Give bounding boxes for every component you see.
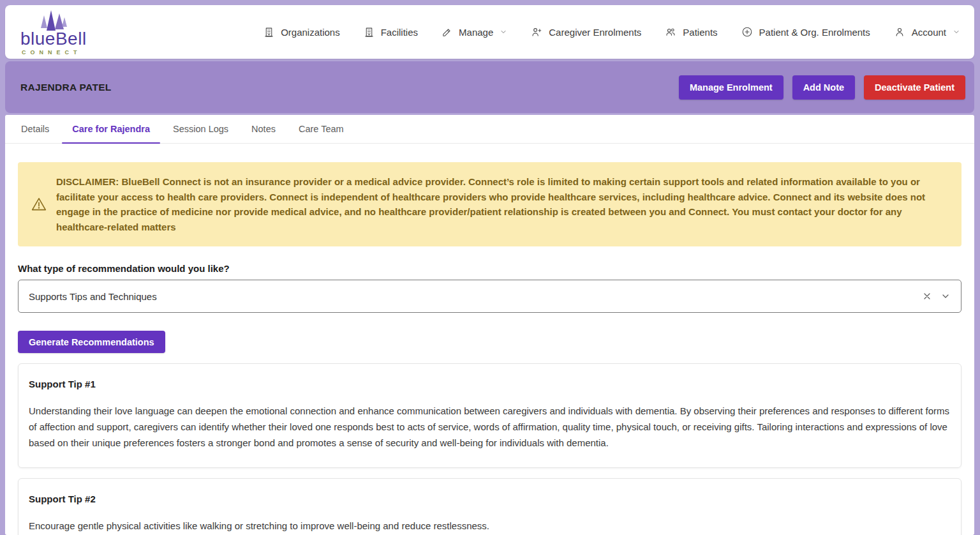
nav-label: Patients — [683, 27, 717, 38]
tab-session-logs[interactable]: Session Logs — [161, 115, 240, 143]
nav-label: Caregiver Enrolments — [549, 27, 641, 38]
nav-item-patients[interactable]: Patients — [665, 26, 717, 38]
app-frame: blueBell CONNECT Organizations Facilitie… — [0, 0, 980, 535]
tip-title: Support Tip #2 — [29, 494, 951, 504]
tab-notes[interactable]: Notes — [240, 115, 287, 143]
nav-item-account[interactable]: Account — [894, 26, 960, 38]
select-icons — [922, 291, 951, 301]
top-navigation-bar: blueBell CONNECT Organizations Facilitie… — [5, 5, 974, 59]
chevron-down-icon — [953, 28, 960, 36]
logo-wordmark: blueBell — [20, 30, 87, 48]
nav-label: Account — [912, 27, 946, 38]
nav-item-manage[interactable]: Manage — [442, 27, 507, 38]
manage-enrolment-button[interactable]: Manage Enrolment — [679, 75, 783, 100]
care-content: DISCLAIMER: BlueBell Connect is not an i… — [5, 144, 974, 535]
bluebell-logo[interactable]: blueBell CONNECT — [20, 9, 87, 56]
person-icon — [894, 26, 905, 38]
patient-actions: Manage Enrolment Add Note Deactivate Pat… — [679, 75, 965, 100]
disclaimer-text: DISCLAIMER: BlueBell Connect is not an i… — [56, 174, 945, 234]
nav-label: Organizations — [281, 27, 340, 38]
people-icon — [665, 26, 676, 38]
selected-recommendation-type: Supports Tips and Techniques — [29, 291, 922, 302]
warning-icon — [31, 196, 47, 213]
building-icon — [364, 27, 375, 38]
main-panel: Details Care for Rajendra Session Logs N… — [5, 115, 974, 535]
tip-body: Encourage gentle physical activities lik… — [29, 518, 951, 534]
nav-label: Patient & Org. Enrolments — [759, 27, 870, 38]
tip-title: Support Tip #1 — [29, 379, 951, 389]
nav-item-facilities[interactable]: Facilities — [364, 27, 418, 38]
deactivate-patient-button[interactable]: Deactivate Patient — [864, 75, 965, 100]
nav-item-organizations[interactable]: Organizations — [264, 27, 340, 38]
support-tip-card: Support Tip #2 Encourage gentle physical… — [18, 478, 961, 535]
person-add-icon — [531, 26, 542, 38]
nav-items: Organizations Facilities Manage — [264, 26, 960, 38]
chevron-down-icon — [500, 28, 507, 36]
nav-item-caregiver-enrolments[interactable]: Caregiver Enrolments — [531, 26, 641, 38]
disclaimer-banner: DISCLAIMER: BlueBell Connect is not an i… — [18, 162, 961, 246]
patient-header-band: RAJENDRA PATEL Manage Enrolment Add Note… — [5, 61, 974, 113]
plus-circle-icon — [741, 26, 753, 38]
pencil-icon — [442, 27, 452, 38]
logo-tagline: CONNECT — [22, 50, 87, 56]
add-note-button[interactable]: Add Note — [792, 75, 855, 100]
recommendation-type-select[interactable]: Supports Tips and Techniques — [18, 280, 961, 313]
clear-icon[interactable] — [922, 291, 932, 301]
nav-item-patient-org-enrolments[interactable]: Patient & Org. Enrolments — [741, 26, 870, 38]
patient-name: RAJENDRA PATEL — [20, 82, 112, 93]
generate-recommendations-button[interactable]: Generate Recommendations — [18, 331, 165, 353]
chevron-down-icon[interactable] — [940, 291, 951, 301]
recommendation-question-label: What type of recommendation would you li… — [18, 263, 961, 274]
tab-bar: Details Care for Rajendra Session Logs N… — [5, 115, 974, 144]
nav-label: Manage — [459, 27, 493, 38]
tab-care-for-patient[interactable]: Care for Rajendra — [61, 115, 161, 143]
nav-label: Facilities — [381, 27, 418, 38]
tab-care-team[interactable]: Care Team — [287, 115, 355, 143]
tab-details[interactable]: Details — [10, 115, 61, 143]
support-tip-card: Support Tip #1 Understanding their love … — [18, 363, 961, 468]
tip-body: Understanding their love language can de… — [29, 403, 951, 451]
building-icon — [264, 27, 274, 38]
